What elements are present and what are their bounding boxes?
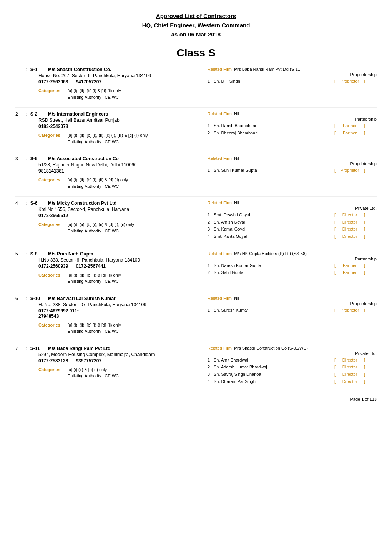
serial: 5 (15, 251, 23, 257)
person-row: 1 Sh. Suresh Kumar [ Proprietor ] (208, 307, 377, 314)
firm-type: Partnership (208, 257, 377, 261)
categories-label: Categories (38, 323, 65, 327)
contractor-name-row: 1 : S-1 M/s Shastri Construction Co. (15, 67, 200, 72)
related-firm-name: Nil (234, 201, 239, 205)
person-num: 4 (208, 378, 214, 385)
firm-name: M/s Micky Construction Pvt Ltd (48, 201, 117, 206)
person-row: 1 Sh. Amit Bhardwaj [ Director ] (208, 357, 377, 364)
bracket-close: ] (364, 262, 365, 269)
phone: 0172-4629692 011- (38, 308, 200, 313)
role-text: Director (336, 211, 363, 219)
serial: 2 (15, 111, 23, 117)
firm-name: M/s Banwari Lal Suresh Kumar (48, 296, 116, 301)
categories-row: Categories [a] (i) (ii) & [b] (i) only E… (38, 367, 200, 379)
phone: 0172-2563063 9417057207 (38, 79, 200, 85)
person-num: 3 (208, 226, 214, 233)
role-text: Proprietor (336, 167, 363, 174)
person-name: Sh. Dharam Pal Singh (214, 378, 334, 385)
role-text: Partner (336, 129, 363, 137)
person-row: 1 Sh. Sunil Kumar Gupta [ Proprietor ] (208, 167, 377, 174)
right-col: Related Firm Nil Proprietorship 1 Sh. Su… (208, 156, 377, 189)
role-text: Director (336, 371, 363, 378)
right-col: Related Firm M/s Baba Rangi Ram Pvt Ltd … (208, 67, 377, 100)
separator: : (25, 156, 28, 161)
bracket-close: ] (364, 363, 365, 371)
enlisting-text: Enlisting Authority : CE WC (68, 278, 121, 285)
categories-label: Categories (38, 222, 65, 227)
bracket-open: [ (334, 233, 336, 240)
bracket-close: ] (364, 78, 365, 85)
categories-text: [a] (i) (ii) & [b] (i) only (68, 367, 119, 373)
bracket-close: ] (364, 269, 365, 276)
related-firm-row: Related Firm Nil (208, 111, 377, 116)
enlisting-text: Enlisting Authority : CE WC (68, 373, 119, 379)
contractor-row: 3 : S-5 M/s Associated Construction Co 5… (15, 156, 377, 189)
bracket-open: [ (334, 307, 336, 314)
person-role: [ Proprietor ] (334, 167, 377, 174)
person-name: Sh. Sahil Gupta (214, 269, 334, 276)
categories-text: [a] (i), (ii), [b] (i), (ii), [c] (i), (… (68, 132, 148, 139)
person-name: Sh. Harish Bhambhani (214, 122, 334, 129)
bracket-close: ] (364, 378, 365, 385)
address: RSD Street, Hall Bazar Amritsar Punjab (38, 117, 200, 124)
serial: 3 (15, 156, 23, 161)
serial: 6 (15, 296, 23, 301)
person-role: [ Director ] (334, 219, 377, 226)
contractor-name-row: 2 : S-2 M/s International Engineers (15, 111, 200, 117)
bracket-close: ] (364, 233, 365, 240)
firm-name: M/s International Engineers (48, 111, 108, 117)
person-row: 1 Sh. D P Singh [ Proprietor ] (208, 78, 377, 85)
person-name: Sh. D P Singh (214, 78, 334, 85)
person-role: [ Partner ] (334, 269, 377, 276)
contractor-name-row: 6 : S-10 M/s Banwari Lal Suresh Kumar (15, 296, 200, 301)
address: H.No 338, Sector -6, Panchkula, Haryana … (38, 257, 200, 264)
categories-row: Categories [a] (i), (ii), [b] (i), (ii) … (38, 221, 200, 234)
related-firm-row: Related Firm Nil (208, 201, 377, 205)
bracket-open: [ (334, 167, 336, 174)
person-row: 2 Sh. Amish Goyal [ Director ] (208, 219, 377, 226)
person-num: 1 (208, 262, 214, 269)
person-name: Sh. Dheeraj Bhambhani (214, 129, 334, 137)
categories-text: [a] (i), (ii), [b] (i), (ii) & [d] (i), … (68, 221, 134, 228)
person-row: 3 Sh. Savraj Singh Dhanoa [ Director ] (208, 371, 377, 378)
separator: : (25, 111, 28, 117)
header-line3: as on 06 Mar 2018 (171, 31, 221, 38)
contractor-block: 5 : S-8 M/s Pran Nath Gupta H.No 338, Se… (15, 251, 377, 285)
right-col: Related Firm M/s Shastri Construction Co… (208, 346, 377, 385)
phone: 0183-2542078 (38, 124, 200, 129)
related-firm-label: Related Firm (208, 251, 233, 256)
separator: : (25, 346, 28, 351)
person-role: [ Director ] (334, 357, 377, 364)
person-num: 1 (208, 167, 214, 174)
related-firm-row: Related Firm M/s Shastri Construction Co… (208, 346, 377, 350)
class-code: S-8 (30, 251, 46, 257)
related-firm-row: Related Firm Nil (208, 296, 377, 300)
contractor-row: 7 : S-11 M/s Baba Rangi Ram Pvt Ltd 5294… (15, 346, 377, 385)
role-text: Director (336, 233, 363, 240)
person-name: Smt. Devshri Goyal (214, 211, 334, 219)
firm-type: Partnership (208, 117, 377, 121)
enlisting-text: Enlisting Authority : CE WC (68, 94, 121, 101)
contractor-block: 4 : S-6 M/s Micky Construction Pvt Ltd K… (15, 201, 377, 240)
divider (15, 107, 377, 108)
role-text: Proprietor (336, 307, 363, 314)
divider (15, 342, 377, 342)
bracket-close: ] (364, 371, 365, 378)
bracket-close: ] (364, 129, 365, 137)
contractor-name-row: 5 : S-8 M/s Pran Nath Gupta (15, 251, 200, 257)
class-code: S-10 (30, 296, 46, 301)
related-firm-row: Related Firm M/s NK Gupta Builders (P) L… (208, 251, 377, 256)
bracket-open: [ (334, 378, 336, 385)
class-code: S-2 (30, 111, 46, 117)
bracket-open: [ (334, 78, 336, 85)
contractors-list: 1 : S-1 M/s Shastri Construction Co. Hou… (15, 67, 377, 385)
related-firm-name: M/s Shastri Construction Co (S-01/WC) (234, 346, 308, 350)
divider (15, 247, 377, 247)
related-firm-name: Nil (234, 296, 239, 300)
role-text: Director (336, 357, 363, 364)
categories-text: [a] (i), (ii), [b] (i), (ii) & [d] (ii) … (68, 177, 128, 183)
left-col: 3 : S-5 M/s Associated Construction Co 5… (15, 156, 200, 189)
related-firm-label: Related Firm (208, 201, 233, 205)
person-name: Smt. Kanta Goyal (214, 233, 334, 240)
address: H. No. 238, Sector - 07, Panchkula, Hary… (38, 301, 200, 308)
